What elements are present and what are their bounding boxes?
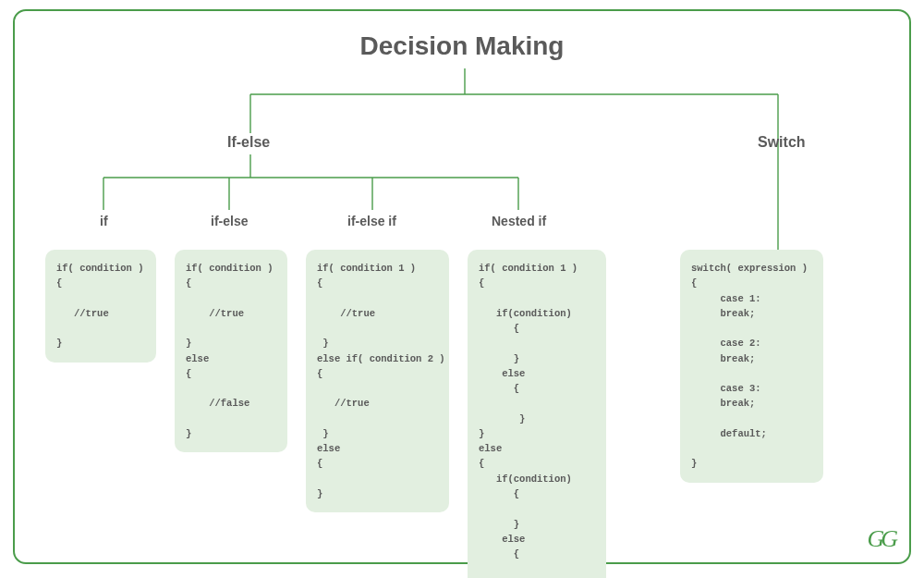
- diagram-frame: Decision Making If-else Switch if if-els…: [13, 9, 911, 564]
- codebox-ifelse: if( condition ) { //true } else { //fals…: [175, 250, 287, 452]
- category-switch: Switch: [758, 134, 806, 151]
- diagram-title: Decision Making: [15, 31, 909, 61]
- sub-if: if: [100, 214, 108, 228]
- logo-icon: GG: [867, 525, 894, 553]
- category-ifelse: If-else: [227, 134, 270, 151]
- codebox-ifelseif: if( condition 1 ) { //true } else if( co…: [306, 250, 449, 512]
- codebox-if: if( condition ) { //true }: [45, 250, 156, 363]
- codebox-switch: switch( expression ) { case 1: break; ca…: [680, 250, 823, 483]
- sub-ifelseif: if-else if: [347, 214, 396, 228]
- sub-nested: Nested if: [492, 214, 546, 228]
- codebox-nested: if( condition 1 ) { if(condition) { } el…: [468, 250, 606, 578]
- sub-ifelse: if-else: [211, 214, 248, 228]
